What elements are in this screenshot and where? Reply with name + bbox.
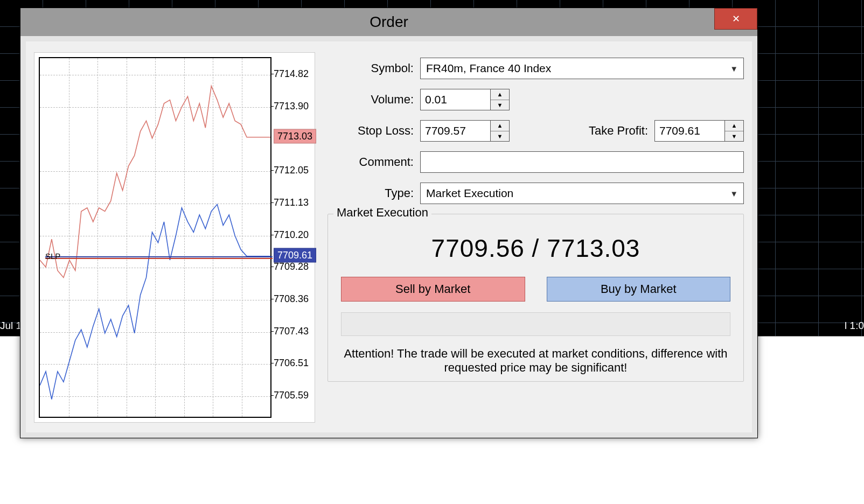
market-execution-group: Market Execution 7709.56 / 7713.03 Sell … [328,214,744,382]
volume-down-button[interactable]: ▼ [491,100,509,110]
chart-area: SLP [39,57,271,418]
close-icon: ✕ [732,13,740,25]
status-bar [341,312,730,336]
y-axis-label: 7710.20 [274,229,309,240]
dialog-title: Order [370,13,408,31]
stoploss-label: Stop Loss: [328,124,414,138]
takeprofit-down-button[interactable]: ▼ [725,131,743,142]
ask-price-tag: 7713.03 [274,129,316,143]
chevron-down-icon: ▼ [730,64,738,73]
y-axis-label: 7714.82 [274,68,309,80]
takeprofit-up-button[interactable]: ▲ [725,121,743,131]
comment-input[interactable] [420,151,744,173]
y-axis-label: 7705.59 [274,389,309,401]
y-axis-label: 7713.90 [274,100,309,111]
price-quote: 7709.56 / 7713.03 [341,234,730,263]
bg-time-right: l 1:0 [845,320,864,332]
volume-label: Volume: [328,93,414,107]
y-axis-label: 7711.13 [274,197,309,208]
y-axis-label: 7707.43 [274,325,309,337]
volume-up-button[interactable]: ▲ [491,89,509,100]
y-axis-label: 7709.28 [274,261,309,272]
dialog-body: SLP 7714.827713.907712.057711.137710.207… [26,41,752,432]
y-axis-label: 7708.36 [274,293,309,304]
form-panel: Symbol: FR40m, France 40 Index ▼ Volume:… [328,58,744,427]
takeprofit-input[interactable] [654,120,724,142]
symbol-label: Symbol: [328,61,414,75]
chevron-down-icon: ▼ [730,189,738,198]
symbol-select[interactable]: FR40m, France 40 Index ▼ [420,58,744,79]
type-select[interactable]: Market Execution ▼ [420,183,744,204]
titlebar[interactable]: Order ✕ [20,8,757,36]
y-axis-label: 7706.51 [274,358,309,369]
stoploss-up-button[interactable]: ▲ [491,121,509,131]
symbol-value: FR40m, France 40 Index [426,62,551,75]
stoploss-input[interactable] [420,120,490,142]
volume-input[interactable] [420,89,490,110]
market-legend: Market Execution [333,206,431,220]
tick-chart-panel: SLP 7714.827713.907712.057711.137710.207… [34,52,315,423]
buy-button[interactable]: Buy by Market [547,277,731,302]
sell-button[interactable]: Sell by Market [341,277,525,302]
stoploss-down-button[interactable]: ▼ [491,131,509,142]
takeprofit-label: Take Profit: [589,124,648,138]
order-dialog: Order ✕ SLP 7714.827713.907712.057711.13… [20,8,758,438]
close-button[interactable]: ✕ [714,8,757,30]
type-value: Market Execution [426,187,513,200]
type-label: Type: [328,186,414,200]
bid-price-tag: 7709.61 [274,248,316,262]
bg-time-left: Jul 1 [0,320,22,332]
y-axis-label: 7712.05 [274,165,309,176]
comment-label: Comment: [328,155,414,169]
attention-text: Attention! The trade will be executed at… [341,347,730,375]
sltp-marker: SLP [45,251,60,261]
